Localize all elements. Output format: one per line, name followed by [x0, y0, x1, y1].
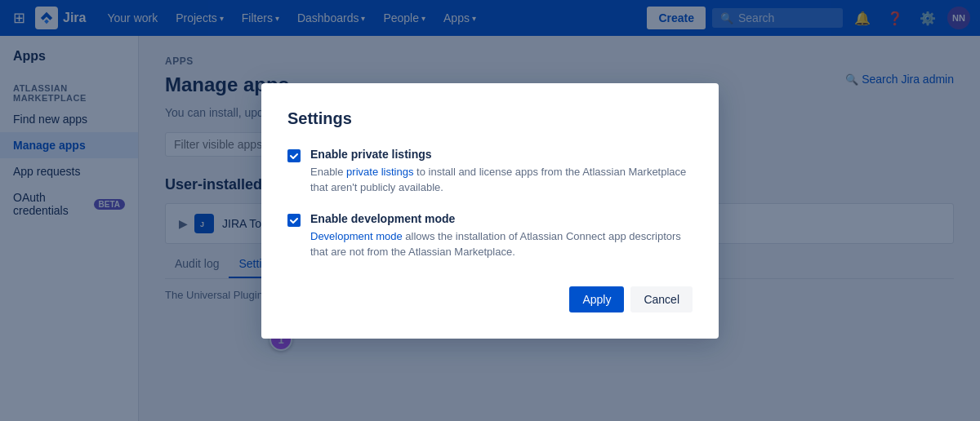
- cancel-button[interactable]: Cancel: [630, 286, 693, 312]
- dev-mode-content: Enable development mode Development mode…: [310, 212, 693, 260]
- dev-mode-checkbox[interactable]: [287, 214, 301, 227]
- apply-button[interactable]: Apply: [569, 286, 624, 312]
- modal-footer: Apply Cancel: [287, 286, 693, 312]
- modal-option-dev-mode: Enable development mode Development mode…: [287, 212, 693, 260]
- modal-option-private-listings: Enable private listings Enable private l…: [287, 148, 693, 196]
- dev-mode-title: Enable development mode: [310, 212, 693, 225]
- private-listings-checkbox[interactable]: [287, 149, 301, 162]
- dev-mode-desc: Development mode allows the installation…: [310, 228, 693, 260]
- private-listings-content: Enable private listings Enable private l…: [310, 148, 693, 196]
- private-listings-desc: Enable private listings to install and l…: [310, 164, 693, 196]
- private-listings-title: Enable private listings: [310, 148, 693, 161]
- settings-modal: Settings Enable private listings Enable …: [261, 83, 719, 339]
- modal-overlay: Settings Enable private listings Enable …: [0, 0, 980, 421]
- modal-title: Settings: [287, 109, 693, 128]
- dev-mode-link[interactable]: Development mode: [310, 230, 403, 242]
- private-listings-link[interactable]: private listings: [346, 166, 413, 178]
